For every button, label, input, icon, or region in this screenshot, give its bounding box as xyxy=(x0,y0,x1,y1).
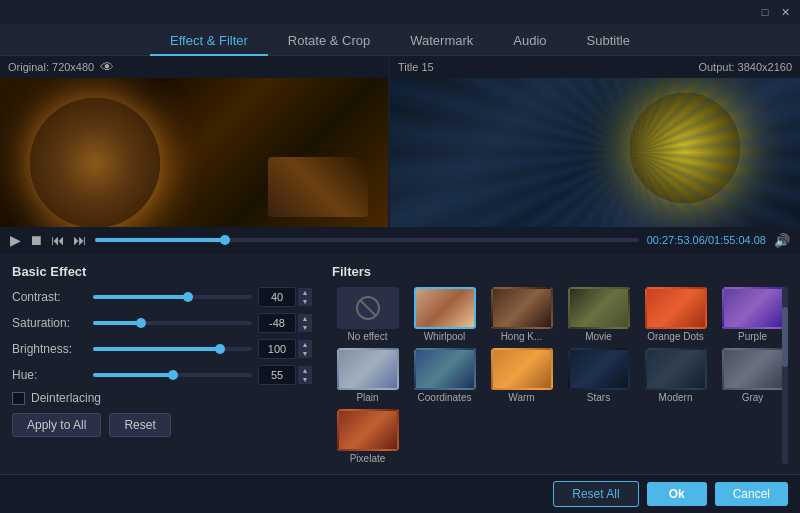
filter-item-warm[interactable]: Warm xyxy=(486,348,557,403)
filter-item-pixelate[interactable]: Pixelate xyxy=(332,409,403,464)
brightness-row: Brightness: ▲ ▼ xyxy=(12,339,312,359)
brightness-value-box: ▲ ▼ xyxy=(258,339,312,359)
original-label: Original: 720x480 xyxy=(8,61,94,73)
hue-up[interactable]: ▲ xyxy=(298,366,312,375)
hue-row: Hue: ▲ ▼ xyxy=(12,365,312,385)
filter-thumb-plain xyxy=(337,348,399,390)
brightness-label: Brightness: xyxy=(12,342,87,356)
filter-label-whirlpool: Whirlpool xyxy=(424,331,466,342)
filter-thumb-no-effect xyxy=(337,287,399,329)
filter-label-movie: Movie xyxy=(585,331,612,342)
filter-thumb-stars xyxy=(568,348,630,390)
footer-bar: Reset All Ok Cancel xyxy=(0,474,800,513)
filter-item-hongk[interactable]: Hong K... xyxy=(486,287,557,342)
saturation-input[interactable] xyxy=(258,313,296,333)
next-button[interactable]: ⏭ xyxy=(73,232,87,248)
brightness-up[interactable]: ▲ xyxy=(298,340,312,349)
cancel-button[interactable]: Cancel xyxy=(715,482,788,506)
hue-fill xyxy=(93,373,173,377)
filters-title: Filters xyxy=(332,264,788,279)
minimize-button[interactable]: □ xyxy=(758,5,772,19)
filter-item-modern[interactable]: Modern xyxy=(640,348,711,403)
brightness-spin: ▲ ▼ xyxy=(298,340,312,358)
current-time: 00:27:53.06 xyxy=(647,234,705,246)
eye-icon[interactable]: 👁 xyxy=(100,59,114,75)
filter-item-orangedots[interactable]: Orange Dots xyxy=(640,287,711,342)
hue-input[interactable] xyxy=(258,365,296,385)
saturation-up[interactable]: ▲ xyxy=(298,314,312,323)
reset-button[interactable]: Reset xyxy=(109,413,170,437)
play-button[interactable]: ▶ xyxy=(10,232,21,248)
tab-rotate-crop[interactable]: Rotate & Crop xyxy=(268,27,390,56)
title-bar: □ ✕ xyxy=(0,0,800,24)
filter-item-whirlpool[interactable]: Whirlpool xyxy=(409,287,480,342)
tab-audio[interactable]: Audio xyxy=(493,27,566,56)
hue-spin: ▲ ▼ xyxy=(298,366,312,384)
filter-label-no-effect: No effect xyxy=(348,331,388,342)
saturation-thumb xyxy=(136,318,146,328)
tab-watermark[interactable]: Watermark xyxy=(390,27,493,56)
filter-item-movie[interactable]: Movie xyxy=(563,287,634,342)
progress-bar[interactable] xyxy=(95,238,639,242)
hue-label: Hue: xyxy=(12,368,87,382)
reset-all-button[interactable]: Reset All xyxy=(553,481,638,507)
time-display: 00:27:53.06/01:55:04.08 xyxy=(647,234,766,246)
deinterlacing-row: Deinterlacing xyxy=(12,391,312,405)
hue-slider[interactable] xyxy=(93,373,252,377)
filters-wrapper: No effect Whirlpool Hong K... xyxy=(332,287,788,464)
filter-thumb-orangedots xyxy=(645,287,707,329)
volume-icon[interactable]: 🔊 xyxy=(774,233,790,248)
preview-right: Title 15 Output: 3840x2160 xyxy=(390,56,800,227)
controls-bar: ▶ ⏹ ⏮ ⏭ 00:27:53.06/01:55:04.08 🔊 xyxy=(0,227,800,254)
scrollbar-thumb xyxy=(782,307,788,367)
tabs-bar: Effect & Filter Rotate & Crop Watermark … xyxy=(0,24,800,56)
filter-label-stars: Stars xyxy=(587,392,610,403)
contrast-up[interactable]: ▲ xyxy=(298,288,312,297)
tab-subtitle[interactable]: Subtitle xyxy=(567,27,650,56)
brightness-slider[interactable] xyxy=(93,347,252,351)
preview-video-right xyxy=(390,78,800,227)
close-button[interactable]: ✕ xyxy=(778,5,792,19)
contrast-input[interactable] xyxy=(258,287,296,307)
filter-item-purple[interactable]: Purple xyxy=(717,287,788,342)
main-content: Original: 720x480 👁 Title 15 Output: 384… xyxy=(0,56,800,513)
title-label: Title 15 xyxy=(398,61,434,73)
brightness-input[interactable] xyxy=(258,339,296,359)
contrast-thumb xyxy=(183,292,193,302)
filter-item-no-effect[interactable]: No effect xyxy=(332,287,403,342)
filter-thumb-hongk xyxy=(491,287,553,329)
filter-thumb-movie xyxy=(568,287,630,329)
filters-grid: No effect Whirlpool Hong K... xyxy=(332,287,788,464)
filter-label-orangedots: Orange Dots xyxy=(647,331,704,342)
saturation-label: Saturation: xyxy=(12,316,87,330)
svg-line-1 xyxy=(360,300,376,316)
stop-button[interactable]: ⏹ xyxy=(29,232,43,248)
scrollbar[interactable] xyxy=(782,287,788,464)
hue-down[interactable]: ▼ xyxy=(298,375,312,384)
filter-label-plain: Plain xyxy=(356,392,378,403)
tab-effect-filter[interactable]: Effect & Filter xyxy=(150,27,268,56)
apply-all-button[interactable]: Apply to All xyxy=(12,413,101,437)
prev-button[interactable]: ⏮ xyxy=(51,232,65,248)
filter-item-stars[interactable]: Stars xyxy=(563,348,634,403)
contrast-row: Contrast: ▲ ▼ xyxy=(12,287,312,307)
filter-label-coordinates: Coordinates xyxy=(418,392,472,403)
filter-thumb-whirlpool xyxy=(414,287,476,329)
saturation-down[interactable]: ▼ xyxy=(298,323,312,332)
preview-left: Original: 720x480 👁 xyxy=(0,56,390,227)
saturation-slider[interactable] xyxy=(93,321,252,325)
filter-thumb-modern xyxy=(645,348,707,390)
ok-button[interactable]: Ok xyxy=(647,482,707,506)
progress-thumb xyxy=(220,235,230,245)
filter-label-purple: Purple xyxy=(738,331,767,342)
filter-item-plain[interactable]: Plain xyxy=(332,348,403,403)
deinterlacing-checkbox[interactable] xyxy=(12,392,25,405)
contrast-down[interactable]: ▼ xyxy=(298,297,312,306)
contrast-spin: ▲ ▼ xyxy=(298,288,312,306)
contrast-slider[interactable] xyxy=(93,295,252,299)
filter-item-coordinates[interactable]: Coordinates xyxy=(409,348,480,403)
brightness-down[interactable]: ▼ xyxy=(298,349,312,358)
filter-item-gray[interactable]: Gray xyxy=(717,348,788,403)
filter-label-hongk: Hong K... xyxy=(501,331,543,342)
filter-thumb-purple xyxy=(722,287,784,329)
